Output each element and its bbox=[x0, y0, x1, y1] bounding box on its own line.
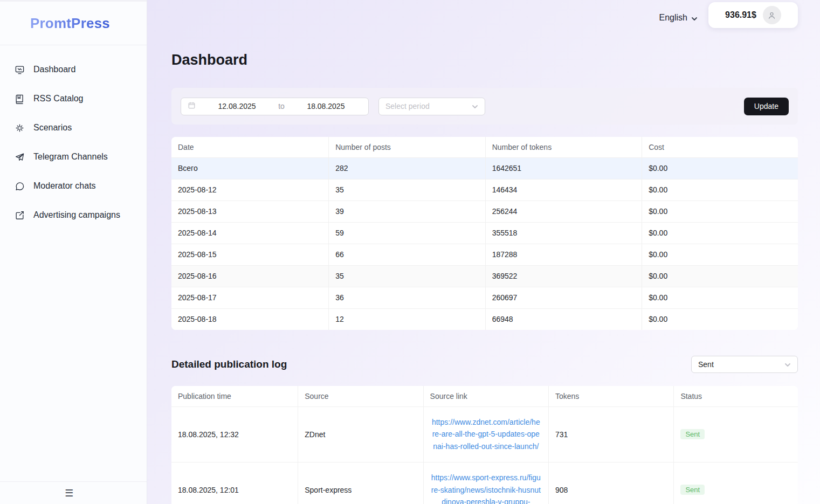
log-section-header: Detailed publication log Sent bbox=[171, 356, 798, 373]
sidebar-nav: Dashboard RSS Catalog Scenarios Telegram… bbox=[0, 45, 147, 230]
cell-date: Всего bbox=[171, 157, 329, 179]
table-row: 2025-08-15 66 187288 $0.00 bbox=[171, 244, 798, 265]
filter-bar: 12.08.2025 to 18.08.2025 Select period U… bbox=[171, 88, 798, 125]
sidebar-item-label: Advertising campaigns bbox=[33, 210, 120, 220]
sidebar-item-label: Scenarios bbox=[33, 123, 72, 133]
chevron-down-icon bbox=[691, 15, 698, 21]
cell-tokens: 256244 bbox=[485, 201, 642, 222]
cell-source: ZDnet bbox=[298, 406, 423, 462]
cell-cost: $0.00 bbox=[642, 179, 798, 201]
log-title: Detailed publication log bbox=[171, 358, 287, 370]
date-range-separator: to bbox=[278, 102, 285, 111]
cell-cost: $0.00 bbox=[642, 308, 798, 330]
period-select[interactable]: Select period bbox=[378, 98, 485, 115]
publication-log-table: Publication time Source Source link Toke… bbox=[171, 386, 798, 504]
language-label: English bbox=[659, 13, 687, 23]
cell-date: 2025-08-16 bbox=[171, 265, 329, 287]
cell-date: 2025-08-14 bbox=[171, 222, 329, 244]
cell-posts: 59 bbox=[329, 222, 486, 244]
source-link[interactable]: https://www.sport-express.ru/figure-skat… bbox=[431, 472, 541, 504]
sidebar: PromtPress Dashboard RSS Catalog Scenari… bbox=[0, 0, 147, 504]
table-row: 2025-08-17 36 260697 $0.00 bbox=[171, 287, 798, 308]
table-row: 2025-08-18 12 66948 $0.00 bbox=[171, 308, 798, 330]
sidebar-item-label: Telegram Channels bbox=[33, 152, 108, 162]
sidebar-footer: ☰ bbox=[0, 481, 147, 504]
sidebar-item-label: Dashboard bbox=[33, 65, 75, 74]
col-header-source: Source bbox=[298, 386, 423, 406]
date-to-input[interactable]: 18.08.2025 bbox=[290, 102, 362, 111]
language-selector[interactable]: English bbox=[659, 13, 698, 23]
col-header-posts: Number of posts bbox=[329, 137, 486, 157]
chevron-down-icon bbox=[472, 103, 478, 109]
cell-publication-time: 18.08.2025, 12:01 bbox=[171, 462, 298, 504]
table-row-total: Всего 282 1642651 $0.00 bbox=[171, 157, 798, 179]
summary-header-row: Date Number of posts Number of tokens Co… bbox=[171, 137, 798, 157]
cell-cost: $0.00 bbox=[642, 222, 798, 244]
log-row: 18.08.2025, 12:32 ZDnet https://www.zdne… bbox=[171, 406, 798, 462]
cell-source-link: https://www.sport-express.ru/figure-skat… bbox=[423, 462, 548, 504]
topbar: English 936.91$ bbox=[171, 0, 798, 28]
cell-posts: 35 bbox=[329, 179, 486, 201]
table-row: 2025-08-14 59 355518 $0.00 bbox=[171, 222, 798, 244]
balance-amount: 936.91$ bbox=[725, 10, 756, 20]
col-header-status: Status bbox=[674, 386, 798, 406]
status-badge: Sent bbox=[680, 429, 705, 439]
main-content: English 936.91$ Dashboard 12.08.2025 to … bbox=[147, 0, 820, 504]
cell-tokens: 146434 bbox=[485, 179, 642, 201]
cell-date: 2025-08-12 bbox=[171, 179, 329, 201]
cell-status: Sent bbox=[674, 462, 798, 504]
log-row: 18.08.2025, 12:01 Sport-express https://… bbox=[171, 462, 798, 504]
cell-cost: $0.00 bbox=[642, 157, 798, 179]
megaphone-icon bbox=[14, 210, 25, 220]
source-link[interactable]: https://www.zdnet.com/article/here-are-a… bbox=[431, 416, 541, 452]
sidebar-item-dashboard[interactable]: Dashboard bbox=[0, 55, 147, 84]
col-header-source-link: Source link bbox=[423, 386, 548, 406]
sidebar-item-label: RSS Catalog bbox=[33, 94, 84, 103]
col-header-publication-time: Publication time bbox=[171, 386, 298, 406]
status-filter-select[interactable]: Sent bbox=[691, 356, 798, 373]
chat-icon bbox=[14, 181, 25, 191]
date-from-input[interactable]: 12.08.2025 bbox=[201, 102, 273, 111]
period-select-placeholder: Select period bbox=[385, 102, 430, 111]
cell-date: 2025-08-18 bbox=[171, 308, 329, 330]
sidebar-item-advertising-campaigns[interactable]: Advertising campaigns bbox=[0, 201, 147, 230]
cell-tokens: 355518 bbox=[485, 222, 642, 244]
cell-date: 2025-08-17 bbox=[171, 287, 329, 308]
summary-table: Date Number of posts Number of tokens Co… bbox=[171, 137, 798, 330]
chevron-down-icon bbox=[784, 361, 791, 368]
log-header-row: Publication time Source Source link Toke… bbox=[171, 386, 798, 406]
telegram-icon bbox=[14, 151, 25, 162]
cell-date: 2025-08-15 bbox=[171, 244, 329, 265]
cell-source-link: https://www.zdnet.com/article/here-are-a… bbox=[423, 406, 548, 462]
sidebar-item-telegram-channels[interactable]: Telegram Channels bbox=[0, 142, 147, 171]
cell-posts: 282 bbox=[329, 157, 486, 179]
cell-posts: 12 bbox=[329, 308, 486, 330]
sidebar-collapse-icon[interactable]: ☰ bbox=[65, 488, 73, 498]
account-balance-pill[interactable]: 936.91$ bbox=[708, 2, 798, 28]
book-icon bbox=[14, 93, 25, 104]
cell-tokens: 66948 bbox=[485, 308, 642, 330]
sparkle-icon bbox=[14, 122, 25, 133]
sidebar-item-rss-catalog[interactable]: RSS Catalog bbox=[0, 84, 147, 113]
cell-cost: $0.00 bbox=[642, 265, 798, 287]
cell-cost: $0.00 bbox=[642, 287, 798, 308]
update-button[interactable]: Update bbox=[744, 98, 789, 115]
calendar-icon bbox=[188, 101, 196, 111]
page-title: Dashboard bbox=[171, 52, 798, 68]
user-avatar-icon[interactable] bbox=[763, 6, 781, 24]
cell-posts: 35 bbox=[329, 265, 486, 287]
sidebar-item-scenarios[interactable]: Scenarios bbox=[0, 113, 147, 142]
status-filter-value: Sent bbox=[698, 360, 714, 369]
app-logo[interactable]: PromtPress bbox=[30, 15, 110, 32]
sidebar-item-moderator-chats[interactable]: Moderator chats bbox=[0, 171, 147, 201]
cell-tokens: 369522 bbox=[485, 265, 642, 287]
cell-status: Sent bbox=[674, 406, 798, 462]
table-row: 2025-08-16 35 369522 $0.00 bbox=[171, 265, 798, 287]
date-range-picker[interactable]: 12.08.2025 to 18.08.2025 bbox=[181, 98, 369, 115]
cell-cost: $0.00 bbox=[642, 201, 798, 222]
cell-date: 2025-08-13 bbox=[171, 201, 329, 222]
cell-posts: 66 bbox=[329, 244, 486, 265]
cell-tokens: 731 bbox=[549, 406, 674, 462]
cell-tokens: 187288 bbox=[485, 244, 642, 265]
col-header-tokens: Tokens bbox=[549, 386, 674, 406]
